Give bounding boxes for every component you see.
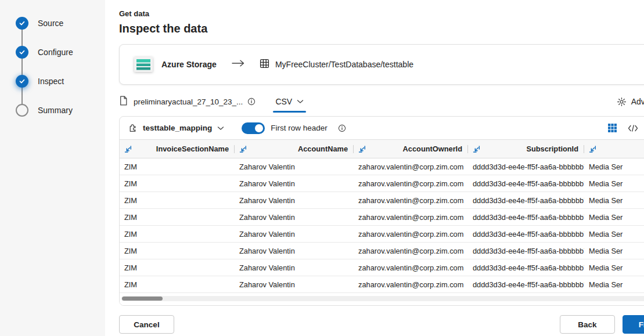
azure-storage-icon [134,55,153,74]
table-cell: Zaharov Valentin [235,226,354,242]
table-row: ZIM Zaharov Valentin zaharov.valentin@co… [120,226,644,243]
table-cell: Media Ser [584,175,644,192]
format-selector-csv[interactable]: CSV [273,92,306,111]
table-row: ZIM Zaharov Valentin zaharov.valentin@co… [120,209,644,226]
step-label: Inspect [38,77,64,86]
wizard-title: Get data [119,9,644,18]
chevron-down-icon [217,126,224,131]
arrow-right-icon [232,59,244,70]
data-grid: InvoiceSectionName AccountName AccountOw… [120,140,644,293]
table-cell: dddd3d3d-ee4e-ff5f-aa6a-bbbbbb7... [468,226,584,242]
table-cell: dddd3d3d-ee4e-ff5f-aa6a-bbbbbb7... [468,276,584,292]
first-row-header-toggle[interactable] [242,122,265,134]
column-header-accountownerid[interactable]: AccountOwnerId [354,140,468,158]
mapping-selector[interactable]: testtable_mapping [128,123,224,133]
source-destination-card: Azure Storage MyFreeCluster/TestDatabase… [119,44,644,85]
stepper-item-source[interactable]: Source [16,17,63,30]
step-label: Source [38,19,63,28]
chevron-down-icon [297,99,304,104]
mapping-name: testtable_mapping [143,124,212,132]
column-header-partial[interactable] [584,140,644,158]
format-label: CSV [275,97,292,106]
table-cell: ZIM [120,175,235,192]
dialog-footer: Cancel Back Finish [119,315,644,334]
step-upcoming-circle-icon [16,104,28,117]
wizard-stepper-sidebar: Source Configure Inspect Summary [0,0,105,336]
advanced-menu-button[interactable]: Advanced [617,97,644,107]
grid-header-row: InvoiceSectionName AccountName AccountOw… [120,140,644,158]
table-cell: ZIM [120,259,235,276]
cancel-button[interactable]: Cancel [119,315,174,334]
first-row-header-label: First row header [271,124,328,132]
column-type-icon [124,145,132,153]
stepper-item-inspect[interactable]: Inspect [16,75,64,88]
column-type-icon [589,145,597,153]
titlebar: Get data Inspect the data [119,0,644,35]
horizontal-scrollbar-thumb[interactable] [122,297,163,301]
table-cell: Zaharov Valentin [235,209,354,225]
table-cell: dddd3d3d-ee4e-ff5f-aa6a-bbbbbb7... [468,175,584,192]
back-button[interactable]: Back [560,315,615,334]
table-cell: dddd3d3d-ee4e-ff5f-aa6a-bbbbbb7... [468,243,584,259]
info-icon[interactable] [247,97,256,106]
main-panel: Get data Inspect the data Azure Storage [105,0,644,336]
table-cell: Media Ser [584,192,644,208]
table-cell: zaharov.valentin@corp.zim.com [354,158,468,175]
finish-button[interactable]: Finish [623,315,644,334]
table-cell: Media Ser [584,259,644,276]
column-header-invoicesectionname[interactable]: InvoiceSectionName [120,140,235,158]
step-complete-check-icon [16,46,28,59]
table-cell: zaharov.valentin@corp.zim.com [354,209,468,225]
column-type-icon [239,145,247,153]
column-type-icon [358,145,366,153]
table-row: ZIM Zaharov Valentin zaharov.valentin@co… [120,259,644,276]
file-format-bar: preliminaryactual_27_10_23_... CSV Advan… [119,91,644,113]
gear-icon [617,97,627,107]
table-cell: dddd3d3d-ee4e-ff5f-aa6a-bbbbbb7... [468,158,584,175]
table-cell: zaharov.valentin@corp.zim.com [354,259,468,276]
table-cell: ZIM [120,276,235,292]
table-row: ZIM Zaharov Valentin zaharov.valentin@co… [120,158,644,175]
horizontal-scrollbar-track[interactable] [121,296,644,301]
step-current-check-icon [16,75,28,88]
table-cell: zaharov.valentin@corp.zim.com [354,276,468,292]
document-icon [119,96,128,108]
file-name: preliminaryactual_27_10_23_... [134,97,243,106]
stepper-item-summary[interactable]: Summary [16,104,73,117]
step-complete-check-icon [16,17,28,30]
table-cell: dddd3d3d-ee4e-ff5f-aa6a-bbbbbb7... [468,192,584,208]
table-cell: zaharov.valentin@corp.zim.com [354,226,468,242]
advanced-label: Advanced [631,97,644,106]
column-header-subscriptionid[interactable]: SubscriptionId [468,140,584,158]
table-row: ZIM Zaharov Valentin zaharov.valentin@co… [120,175,644,192]
column-header-accountname[interactable]: AccountName [235,140,354,158]
step-label: Summary [38,106,73,115]
stepper-item-configure[interactable]: Configure [16,46,73,59]
info-icon[interactable] [338,124,346,132]
grid-view-icon[interactable] [606,122,618,135]
expand-icon[interactable] [642,13,644,24]
table-cell: Media Ser [584,243,644,259]
toggle-knob [255,124,263,132]
table-cell: ZIM [120,209,235,225]
table-cell: Zaharov Valentin [235,192,354,208]
data-preview-card: testtable_mapping First row header [119,116,644,306]
table-row: ZIM Zaharov Valentin zaharov.valentin@co… [120,276,644,293]
column-label: SubscriptionId [526,144,578,153]
source-name: Azure Storage [161,60,217,69]
table-cell: ZIM [120,226,235,242]
table-cell: Media Ser [584,158,644,175]
table-cell: dddd3d3d-ee4e-ff5f-aa6a-bbbbbb7... [468,259,584,276]
horizontal-scrollbar[interactable] [120,293,644,305]
table-cell: Media Ser [584,276,644,292]
code-view-icon[interactable] [627,122,639,135]
column-label: AccountName [298,144,348,153]
table-cell: zaharov.valentin@corp.zim.com [354,192,468,208]
column-label: InvoiceSectionName [156,144,229,153]
table-cell: dddd3d3d-ee4e-ff5f-aa6a-bbbbbb7... [468,209,584,225]
table-cell: Zaharov Valentin [235,276,354,292]
table-cell: Media Ser [584,209,644,225]
table-cell: Zaharov Valentin [235,243,354,259]
table-cell: ZIM [120,192,235,208]
table-row: ZIM Zaharov Valentin zaharov.valentin@co… [120,243,644,259]
